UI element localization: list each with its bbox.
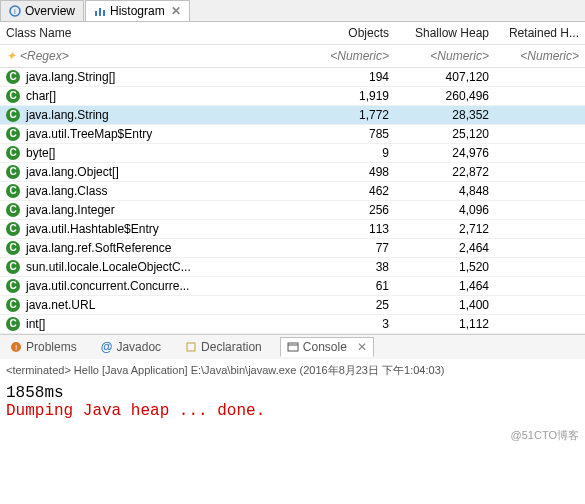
table-row[interactable]: Csun.util.locale.LocaleObjectC...381,520: [0, 258, 585, 277]
console-output-line: Dumping Java heap ... done.: [6, 402, 579, 420]
table-row[interactable]: Cjava.lang.ref.SoftReference772,464: [0, 239, 585, 258]
filter-row: ✦<Regex> <Numeric> <Numeric> <Numeric>: [0, 45, 585, 68]
table-row[interactable]: Cjava.util.concurrent.Concurre...611,464: [0, 277, 585, 296]
objects-cell: 1,772: [289, 108, 389, 122]
class-icon: C: [6, 165, 20, 179]
shallow-cell: 1,400: [389, 298, 489, 312]
col-header-retained[interactable]: Retained H...: [495, 22, 585, 44]
regex-icon: ✦: [6, 49, 16, 63]
class-name-cell: sun.util.locale.LocaleObjectC...: [26, 260, 191, 274]
tab-histogram[interactable]: Histogram ✕: [85, 0, 190, 21]
close-icon[interactable]: ✕: [171, 4, 181, 18]
problems-icon: !: [10, 341, 22, 353]
class-icon: C: [6, 203, 20, 217]
class-icon: C: [6, 146, 20, 160]
table-row[interactable]: Cjava.lang.Class4624,848: [0, 182, 585, 201]
svg-rect-8: [288, 343, 298, 351]
table-row[interactable]: Cjava.lang.String1,77228,352: [0, 106, 585, 125]
declaration-icon: [185, 341, 197, 353]
class-name-cell: java.lang.Integer: [26, 203, 115, 217]
class-icon: C: [6, 127, 20, 141]
table-row[interactable]: Cjava.util.Hashtable$Entry1132,712: [0, 220, 585, 239]
table-row[interactable]: Cjava.util.TreeMap$Entry78525,120: [0, 125, 585, 144]
table-row[interactable]: Cchar[]1,919260,496: [0, 87, 585, 106]
class-icon: C: [6, 89, 20, 103]
objects-cell: 1,919: [289, 89, 389, 103]
objects-cell: 462: [289, 184, 389, 198]
class-name-cell: byte[]: [26, 146, 55, 160]
table-rows: Cjava.lang.String[]194407,120Cchar[]1,91…: [0, 68, 585, 334]
regex-filter[interactable]: ✦<Regex>: [0, 45, 295, 67]
objects-cell: 25: [289, 298, 389, 312]
shallow-cell: 24,976: [389, 146, 489, 160]
console-meta: <terminated> Hello [Java Application] E:…: [6, 363, 579, 378]
svg-rect-4: [103, 10, 105, 16]
shallow-cell: 22,872: [389, 165, 489, 179]
objects-cell: 498: [289, 165, 389, 179]
console-view: <terminated> Hello [Java Application] E:…: [0, 359, 585, 424]
info-icon: i: [9, 5, 21, 17]
shallow-cell: 2,712: [389, 222, 489, 236]
class-icon: C: [6, 222, 20, 236]
tab-label: Declaration: [201, 340, 262, 354]
objects-cell: 113: [289, 222, 389, 236]
objects-cell: 61: [289, 279, 389, 293]
svg-text:i: i: [14, 7, 16, 16]
class-icon: C: [6, 108, 20, 122]
shallow-cell: 260,496: [389, 89, 489, 103]
class-name-cell: java.lang.String: [26, 108, 109, 122]
svg-text:!: !: [15, 343, 17, 352]
svg-rect-3: [99, 8, 101, 16]
class-icon: C: [6, 184, 20, 198]
shallow-cell: 4,096: [389, 203, 489, 217]
objects-cell: 38: [289, 260, 389, 274]
tab-declaration[interactable]: Declaration: [179, 338, 268, 356]
tab-label: Problems: [26, 340, 77, 354]
col-header-classname[interactable]: Class Name: [0, 22, 295, 44]
objects-cell: 77: [289, 241, 389, 255]
class-icon: C: [6, 279, 20, 293]
table-row[interactable]: Cjava.lang.String[]194407,120: [0, 68, 585, 87]
class-name-cell: java.util.TreeMap$Entry: [26, 127, 152, 141]
tab-label: Histogram: [110, 4, 165, 18]
table-row[interactable]: Cint[]31,112: [0, 315, 585, 334]
class-name-cell: java.lang.ref.SoftReference: [26, 241, 171, 255]
tab-label: Javadoc: [116, 340, 161, 354]
numeric-filter[interactable]: <Numeric>: [295, 45, 395, 67]
table-row[interactable]: Cjava.net.URL251,400: [0, 296, 585, 315]
tab-label: Overview: [25, 4, 75, 18]
shallow-cell: 407,120: [389, 70, 489, 84]
close-icon[interactable]: ✕: [357, 340, 367, 354]
class-icon: C: [6, 241, 20, 255]
class-name-cell: int[]: [26, 317, 45, 331]
svg-rect-2: [95, 11, 97, 16]
numeric-filter[interactable]: <Numeric>: [395, 45, 495, 67]
tab-overview[interactable]: i Overview: [0, 0, 84, 21]
shallow-cell: 28,352: [389, 108, 489, 122]
objects-cell: 9: [289, 146, 389, 160]
shallow-cell: 1,112: [389, 317, 489, 331]
class-name-cell: java.lang.Object[]: [26, 165, 119, 179]
class-name-cell: char[]: [26, 89, 56, 103]
class-name-cell: java.lang.Class: [26, 184, 107, 198]
javadoc-icon: @: [101, 340, 113, 354]
class-icon: C: [6, 260, 20, 274]
top-tab-bar: i Overview Histogram ✕: [0, 0, 585, 22]
tab-console[interactable]: Console ✕: [280, 337, 374, 357]
col-header-objects[interactable]: Objects: [295, 22, 395, 44]
tab-problems[interactable]: ! Problems: [4, 338, 83, 356]
class-icon: C: [6, 70, 20, 84]
console-output-line: 1858ms: [6, 384, 579, 402]
class-icon: C: [6, 298, 20, 312]
col-header-shallow[interactable]: Shallow Heap: [395, 22, 495, 44]
tab-javadoc[interactable]: @ Javadoc: [95, 338, 167, 356]
shallow-cell: 25,120: [389, 127, 489, 141]
shallow-cell: 1,464: [389, 279, 489, 293]
table-row[interactable]: Cjava.lang.Integer2564,096: [0, 201, 585, 220]
objects-cell: 194: [289, 70, 389, 84]
numeric-filter[interactable]: <Numeric>: [495, 45, 585, 67]
table-header: Class Name Objects Shallow Heap Retained…: [0, 22, 585, 45]
console-icon: [287, 341, 299, 353]
table-row[interactable]: Cjava.lang.Object[]49822,872: [0, 163, 585, 182]
table-row[interactable]: Cbyte[]924,976: [0, 144, 585, 163]
